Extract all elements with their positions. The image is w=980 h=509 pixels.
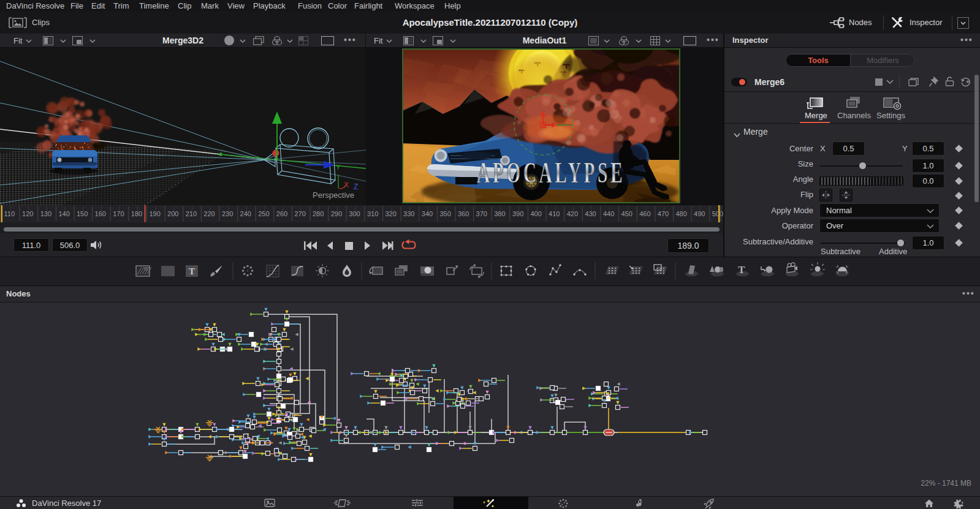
svg-text:130: 130 [40, 210, 51, 217]
svg-text:460: 460 [639, 210, 650, 217]
svg-text:450: 450 [621, 210, 632, 217]
svg-text:240: 240 [240, 210, 251, 217]
svg-text:140: 140 [58, 210, 69, 217]
svg-text:200: 200 [167, 210, 178, 217]
svg-text:X: X [344, 181, 349, 189]
svg-text:180: 180 [131, 210, 142, 217]
svg-text:310: 310 [367, 210, 378, 217]
svg-text:150: 150 [77, 210, 88, 217]
svg-text:T: T [738, 264, 745, 276]
svg-text:Z: Z [354, 183, 358, 191]
svg-text:Perspective: Perspective [313, 190, 354, 200]
svg-text:110: 110 [4, 210, 15, 217]
svg-text:470: 470 [658, 210, 669, 217]
svg-text:420: 420 [567, 210, 578, 217]
svg-text:320: 320 [386, 210, 397, 217]
svg-text:120: 120 [22, 210, 33, 217]
svg-text:T: T [189, 266, 195, 276]
svg-text:230: 230 [222, 210, 233, 217]
svg-text:220: 220 [203, 210, 215, 217]
svg-text:480: 480 [675, 210, 686, 217]
svg-text:430: 430 [585, 210, 596, 217]
svg-text:360: 360 [458, 210, 469, 217]
svg-text:410: 410 [549, 210, 560, 217]
svg-text:440: 440 [603, 210, 614, 217]
svg-text:380: 380 [494, 210, 505, 217]
svg-text:270: 270 [294, 210, 305, 217]
svg-text:370: 370 [476, 210, 487, 217]
svg-text:330: 330 [403, 210, 414, 217]
svg-text:170: 170 [113, 210, 124, 217]
svg-text:350: 350 [439, 210, 450, 217]
svg-text:190: 190 [150, 210, 161, 217]
svg-text:210: 210 [186, 210, 197, 217]
svg-text:300: 300 [349, 210, 360, 217]
svg-text:160: 160 [95, 210, 106, 217]
svg-text:400: 400 [531, 210, 542, 217]
svg-text:490: 490 [694, 210, 705, 217]
svg-text:500: 500 [712, 210, 723, 217]
svg-text:390: 390 [512, 210, 523, 217]
svg-text:280: 280 [313, 210, 324, 217]
svg-text:250: 250 [258, 210, 269, 217]
svg-text:APOCALYPSE: APOCALYPSE [477, 156, 624, 189]
svg-text:Y: Y [336, 164, 341, 171]
svg-text:260: 260 [276, 210, 287, 217]
svg-text:340: 340 [422, 210, 433, 217]
svg-text:290: 290 [331, 210, 342, 217]
